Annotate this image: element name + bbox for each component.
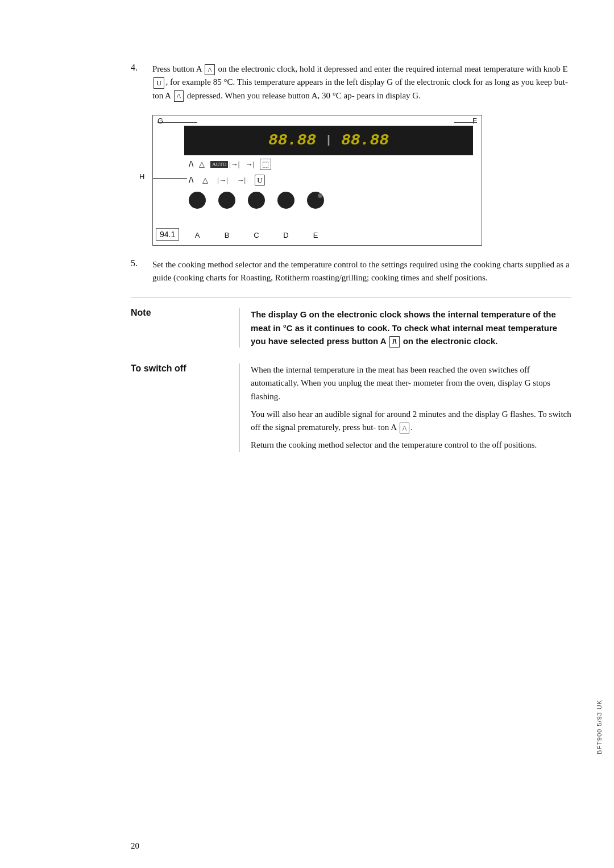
note-button-a-icon: /\ (389, 336, 399, 348)
round-btn-a[interactable] (189, 192, 206, 209)
step-4-number: 4. (131, 63, 148, 73)
button-a-icon: /\ (205, 64, 214, 76)
round-btn-d[interactable] (277, 192, 294, 209)
icon-u-bracket: U (255, 175, 264, 186)
note-right-col: The display G on the electronic clock sh… (239, 308, 571, 348)
icon-hat: /\ (189, 159, 193, 169)
btn-label-c: C (248, 231, 265, 239)
switch-off-para-3: Return the cooking method selector and t… (251, 439, 571, 452)
page: 4. Press button A /\ on the electronic c… (0, 0, 614, 868)
icon-arrow-right-2: →| (237, 176, 246, 185)
switch-off-button-a-icon: /\ (400, 423, 409, 434)
separator-line (131, 297, 571, 297)
display-separator: | (325, 134, 332, 147)
note-section: Note The display G on the electronic clo… (131, 308, 571, 348)
round-btn-c[interactable] (248, 192, 265, 209)
g-line (157, 122, 197, 123)
switch-off-section: To switch off When the internal temperat… (131, 363, 571, 452)
switch-off-label: To switch off (131, 363, 186, 373)
button-a-icon-2: /\ (174, 90, 184, 102)
f-line (454, 122, 477, 123)
btn-label-e: E (307, 231, 324, 239)
step-5-number: 5. (131, 258, 148, 268)
h-label: H (139, 172, 144, 181)
switch-off-para-1: When the internal temperature in the mea… (251, 363, 571, 403)
display-right: 88.88 (341, 131, 389, 149)
f-label: F (472, 117, 477, 125)
icon-hat-2: /\ (189, 175, 193, 185)
note-left-col: Note (131, 308, 239, 318)
icon-arrow-bar-2: |→| (217, 176, 227, 185)
note-text: The display G on the electronic clock sh… (251, 308, 571, 348)
btn-label-b: B (218, 231, 235, 239)
display-area: 88.88 | 88.88 (184, 126, 473, 155)
clock-diagram: G F H 88.88 | 88.88 /\ △ AUTO |→| (152, 115, 482, 246)
top-icon-row: /\ △ AUTO |→| →| ⬚ (184, 156, 473, 172)
button-labels: A B C D E (184, 231, 473, 239)
knob-e-icon: U (154, 77, 164, 89)
step-5-text: Set the cooking method selector and the … (152, 258, 571, 285)
round-btn-b[interactable] (218, 192, 235, 209)
round-buttons-row (184, 189, 473, 211)
arrow-right-bar: |→| (229, 160, 239, 169)
value-box: 94.1 (156, 228, 179, 241)
switch-off-left-col: To switch off (131, 363, 239, 374)
display-left: 88.88 (268, 131, 316, 149)
h-line (153, 178, 187, 179)
auto-text: AUTO (210, 161, 228, 168)
step-5: 5. Set the cooking method selector and t… (131, 258, 571, 285)
step-4-text: Press button A /\ on the electronic cloc… (152, 63, 571, 102)
icon-plug: ⬚ (260, 159, 271, 170)
btn-label-a: A (189, 231, 206, 239)
switch-off-para-2: You will also hear an audible signal for… (251, 408, 571, 435)
icon-bell: △ (199, 160, 205, 168)
side-code: BFT900 5/93 UK (596, 700, 603, 754)
page-number: 20 (131, 841, 139, 851)
icon-arrow-right-top: →| (245, 160, 254, 169)
round-btn-e[interactable] (307, 192, 324, 209)
step-4: 4. Press button A /\ on the electronic c… (131, 63, 571, 102)
switch-off-right-col: When the internal temperature in the mea… (239, 363, 571, 452)
icon-auto-arrow: AUTO |→| (210, 160, 239, 169)
g-label: G (157, 117, 163, 125)
icon-bell-2: △ (202, 176, 208, 185)
note-label: Note (131, 308, 151, 317)
btn-label-d: D (277, 231, 294, 239)
second-icon-row: /\ △ |→| →| U (184, 172, 473, 188)
